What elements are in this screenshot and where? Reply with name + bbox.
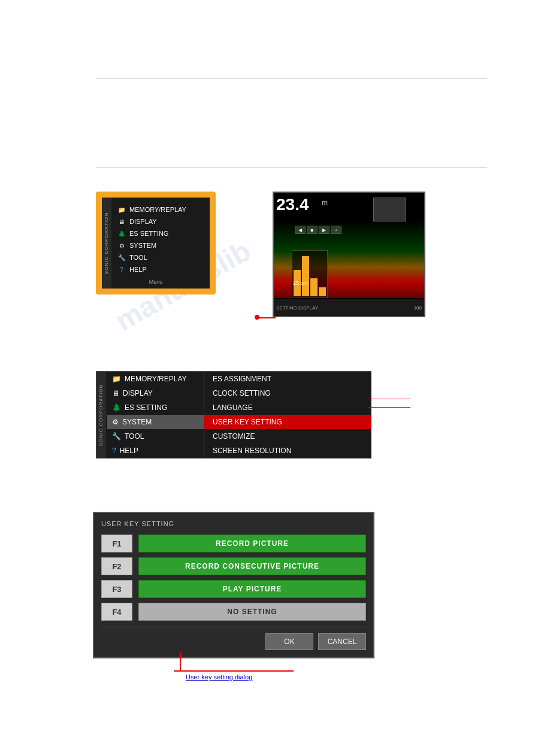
dialog-footer: OK CANCEL	[101, 633, 366, 650]
sys-side-label: SONIC CORPORATION	[96, 372, 106, 458]
submenu-es-assignment[interactable]: ES ASSIGNMENT	[204, 372, 371, 386]
system-submenu-right: ES ASSIGNMENT CLOCK SETTING LANGUAGE USE…	[204, 372, 371, 458]
menu-items-list: 📁 MEMORY/REPLAY 🖥 DISPLAY 🌲 ES SETTING ⚙…	[113, 201, 210, 278]
sys-item-help-label: HELP	[120, 447, 138, 455]
f4-key-button[interactable]: F4	[101, 603, 132, 621]
menu-item-tool[interactable]: 🔧 TOOL	[113, 251, 210, 263]
menu-item-label-tool: TOOL	[129, 254, 147, 261]
bottom-annotation-horizontal	[174, 670, 294, 672]
sys-item-memory[interactable]: 📁 MEMORY/REPLAY	[107, 372, 204, 386]
menu-item-label-memory: MEMORY/REPLAY	[129, 206, 186, 213]
menu-panel-dark: SONIC CORPORATION 📁 MEMORY/REPLAY 🖥 DISP…	[102, 198, 210, 289]
menu-item-memory[interactable]: 📁 MEMORY/REPLAY	[113, 204, 210, 215]
section1-menu-area: SONIC CORPORATION 📁 MEMORY/REPLAY 🖥 DISP…	[96, 192, 216, 294]
menu-label: Menu	[102, 279, 210, 285]
sys-item-es-label: ES SETTING	[125, 403, 167, 412]
sonar-unit: m	[322, 199, 328, 207]
tree-icon: 🌲	[117, 229, 126, 238]
sys-help-icon: ?	[112, 447, 116, 455]
mid-divider	[96, 168, 487, 168]
sonar-bar-4	[319, 287, 326, 296]
sys-item-tool[interactable]: 🔧 TOOL	[107, 429, 204, 444]
menu-item-label-display: DISPLAY	[129, 218, 157, 225]
sys-item-system[interactable]: ⚙ SYSTEM	[107, 415, 204, 429]
sys-monitor-icon: 🖥	[112, 389, 119, 397]
sys-folder-icon: 📁	[112, 375, 121, 383]
f1-action-button[interactable]: RECORD PICTURE	[138, 535, 366, 552]
f3-action-button[interactable]: PLAY PICTURE	[138, 580, 366, 598]
bottom-annotation-vertical	[180, 652, 181, 670]
sys-item-es[interactable]: 🌲 ES SETTING	[107, 400, 204, 415]
sys-tree-icon: 🌲	[112, 403, 121, 412]
cancel-button[interactable]: CANCEL	[318, 633, 366, 650]
submenu-user-key-setting[interactable]: USER KEY SETTING	[204, 415, 371, 429]
submenu-language[interactable]: LANGUAGE	[204, 400, 371, 415]
top-divider	[96, 78, 487, 78]
system-icon: ⚙	[117, 241, 126, 250]
f3-key-button[interactable]: F3	[101, 580, 132, 598]
sonar-depth-value: 23.4	[276, 195, 309, 214]
f2-action-button[interactable]: RECORD CONSECUTIVE PICTURE	[138, 557, 366, 575]
annotation-line-1	[368, 399, 410, 399]
system-menu: SONIC CORPORATION 📁 MEMORY/REPLAY 🖥 DISP…	[96, 371, 371, 459]
sys-menu-items: 📁 MEMORY/REPLAY 🖥 DISPLAY 🌲 ES SETTING ⚙…	[107, 372, 204, 458]
sys-item-display[interactable]: 🖥 DISPLAY	[107, 386, 204, 400]
sys-item-help[interactable]: ? HELP	[107, 444, 204, 458]
side-label-corp: SONIC CORPORATION	[102, 198, 111, 289]
tool-icon: 🔧	[117, 253, 126, 262]
sonar-bar-group	[292, 250, 328, 298]
annotation-link-text: User key setting dialog	[186, 673, 252, 681]
sonar-depth-label: 25 cm	[293, 280, 308, 286]
help-icon: ?	[117, 265, 126, 274]
system-menu-left: SONIC CORPORATION 📁 MEMORY/REPLAY 🖥 DISP…	[96, 372, 204, 458]
submenu-customize[interactable]: CUSTOMIZE	[204, 429, 371, 444]
f4-action-button[interactable]: NO SETTING	[138, 603, 366, 621]
sonar-bar-3	[310, 278, 318, 296]
dialog-divider	[101, 627, 366, 627]
menu-item-system[interactable]: ⚙ SYSTEM	[113, 239, 210, 251]
f1-key-button[interactable]: F1	[101, 535, 132, 552]
dialog-title: USER KEY SETTING	[101, 520, 366, 527]
annotation-line-2	[368, 407, 410, 408]
sys-item-display-label: DISPLAY	[123, 389, 153, 397]
sonar-screen: 23.4 m ◀ ■ ▶ + 25 cm SETTING DISPLAY 100	[273, 192, 425, 317]
sonar-range-value: 100	[414, 305, 422, 311]
dialog-row-f4: F4 NO SETTING	[101, 603, 366, 621]
folder-icon: 📁	[117, 205, 126, 214]
sys-item-tool-label: TOOL	[125, 432, 144, 441]
corporation-label: SONIC CORPORATION	[104, 212, 110, 274]
ok-button[interactable]: OK	[265, 633, 313, 650]
sys-item-memory-label: MEMORY/REPLAY	[125, 375, 187, 383]
sonar-mini-box	[373, 198, 406, 221]
menu-item-label-help: HELP	[129, 266, 147, 273]
submenu-screen-resolution[interactable]: SCREEN RESOLUTION	[204, 444, 371, 458]
dialog-row-f1: F1 RECORD PICTURE	[101, 535, 366, 552]
dialog-row-f2: F2 RECORD CONSECUTIVE PICTURE	[101, 557, 366, 575]
bottom-annotation	[174, 652, 294, 672]
sys-tool-icon: 🔧	[112, 432, 121, 441]
sys-item-system-label: SYSTEM	[122, 418, 152, 426]
menu-item-es-setting[interactable]: 🌲 ES SETTING	[113, 227, 210, 239]
dialog-row-f3: F3 PLAY PICTURE	[101, 580, 366, 598]
sonar-bar-2	[302, 256, 309, 296]
bottom-annotation-link: User key setting dialog	[186, 673, 252, 681]
monitor-icon: 🖥	[117, 217, 126, 226]
submenu-clock-setting[interactable]: CLOCK SETTING	[204, 386, 371, 400]
sys-corp-label: SONIC CORPORATION	[99, 384, 104, 446]
f2-key-button[interactable]: F2	[101, 557, 132, 575]
user-key-dialog: USER KEY SETTING F1 RECORD PICTURE F2 RE…	[93, 512, 374, 658]
sonar-bottom-bar: SETTING DISPLAY 100	[274, 299, 424, 316]
system-menu-section: SONIC CORPORATION 📁 MEMORY/REPLAY 🖥 DISP…	[96, 371, 371, 459]
sys-system-icon: ⚙	[112, 418, 119, 426]
menu-item-label-system: SYSTEM	[129, 242, 156, 249]
red-connector-line	[258, 317, 276, 318]
menu-item-help[interactable]: ? HELP	[113, 263, 210, 275]
sonar-bottom-info: SETTING DISPLAY	[276, 305, 318, 311]
menu-panel-yellow: SONIC CORPORATION 📁 MEMORY/REPLAY 🖥 DISP…	[96, 192, 216, 294]
user-key-dialog-wrapper: USER KEY SETTING F1 RECORD PICTURE F2 RE…	[93, 512, 374, 658]
menu-item-label-es: ES SETTING	[129, 230, 168, 237]
menu-item-display[interactable]: 🖥 DISPLAY	[113, 215, 210, 227]
